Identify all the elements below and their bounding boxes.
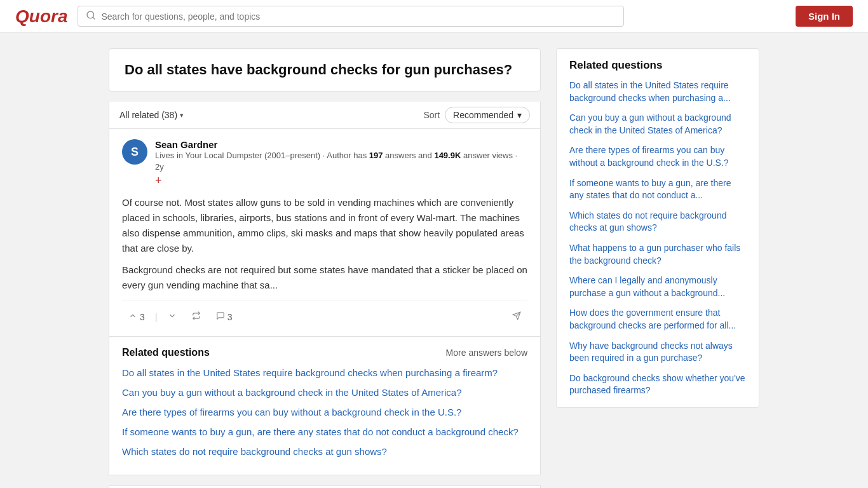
author-meta-1: Lives in Your Local Dumpster (2001–prese…	[155, 150, 527, 173]
sidebar-link-1[interactable]: Do all states in the United States requi…	[569, 79, 746, 104]
more-answers-label: More answers below	[446, 348, 527, 358]
sort-value: Recommended	[453, 110, 513, 120]
answer-actions-1: 3 | 3	[122, 301, 527, 326]
sidebar-link-6[interactable]: What happens to a gun purchaser who fail…	[569, 242, 746, 267]
sidebar-link-9[interactable]: Why have background checks not always be…	[569, 340, 746, 365]
sort-dropdown[interactable]: Recommended ▾	[445, 107, 530, 123]
related-link-3[interactable]: Are there types of firearms you can buy …	[122, 405, 527, 419]
avatar-1: S	[122, 139, 147, 165]
answers-toolbar: All related (38) ▾ Sort Recommended ▾	[109, 102, 541, 129]
all-related-dropdown[interactable]: All related (38) ▾	[119, 110, 184, 120]
search-input[interactable]	[101, 11, 616, 22]
svg-line-1	[93, 17, 95, 19]
answer-block-1: S Sean Gardner Lives in Your Local Dumps…	[109, 129, 541, 337]
sign-in-button[interactable]: Sign In	[796, 6, 853, 27]
search-bar	[78, 6, 624, 27]
comment-count: 3	[227, 312, 233, 322]
sort-label: Sort	[423, 110, 440, 120]
sidebar-card: Related questions Do all states in the U…	[556, 48, 759, 408]
question-title: Do all states have background checks for…	[125, 62, 525, 78]
comment-icon	[216, 311, 225, 322]
chevron-down-icon: ▾	[180, 111, 184, 119]
author-info-1: Sean Gardner Lives in Your Local Dumpste…	[155, 139, 527, 187]
related-inline: Related questions More answers below Do …	[109, 337, 541, 475]
downvote-icon	[168, 311, 177, 322]
sidebar-link-5[interactable]: Which states do not require background c…	[569, 210, 746, 234]
downvote-button[interactable]	[161, 308, 183, 326]
main-column: Do all states have background checks for…	[109, 48, 541, 488]
related-link-5[interactable]: Which states do not require background c…	[122, 445, 527, 458]
sidebar-title: Related questions	[569, 59, 746, 72]
answer-text-1: Of course not. Most states allow guns to…	[122, 195, 527, 293]
answer-block-2: 🐱 Gary757 Curator of a personal arsenal …	[109, 485, 541, 488]
related-link-4[interactable]: If someone wants to buy a gun, are there…	[122, 425, 527, 438]
action-divider-1: |	[155, 311, 158, 322]
sidebar-link-4[interactable]: If someone wants to buy a gun, are there…	[569, 177, 746, 202]
all-related-label: All related (38)	[119, 110, 177, 120]
comment-button[interactable]: 3	[210, 308, 239, 326]
search-icon	[86, 10, 96, 22]
related-inline-title: Related questions	[122, 347, 210, 358]
sidebar-link-10[interactable]: Do background checks show whether you've…	[569, 372, 746, 397]
author-name-1[interactable]: Sean Gardner	[155, 139, 527, 150]
sidebar-link-3[interactable]: Are there types of firearms you can buy …	[569, 144, 746, 169]
sidebar-link-8[interactable]: How does the government ensure that back…	[569, 307, 746, 332]
upvote-button[interactable]: 3	[122, 308, 151, 326]
related-link-1[interactable]: Do all states in the United States requi…	[122, 366, 527, 379]
answer-author-1: S Sean Gardner Lives in Your Local Dumps…	[122, 139, 527, 187]
share-icon	[512, 311, 521, 322]
sidebar-link-7[interactable]: Where can I legally and anonymously purc…	[569, 274, 746, 299]
sidebar-link-2[interactable]: Can you buy a gun without a background c…	[569, 112, 746, 137]
follow-author-button[interactable]: +	[155, 174, 527, 187]
related-inline-header: Related questions More answers below	[122, 347, 527, 358]
sidebar: Related questions Do all states in the U…	[556, 48, 759, 488]
upvote-icon	[128, 311, 137, 322]
question-card: Do all states have background checks for…	[109, 48, 541, 92]
upvote-count: 3	[140, 312, 145, 322]
sort-chevron-icon: ▾	[517, 110, 522, 120]
logo[interactable]: Quora	[15, 6, 67, 27]
repost-icon	[192, 311, 201, 322]
related-link-2[interactable]: Can you buy a gun without a background c…	[122, 386, 527, 399]
repost-button[interactable]	[186, 308, 207, 326]
site-header: Quora Sign In	[0, 0, 868, 33]
page-layout: Do all states have background checks for…	[0, 33, 868, 488]
share-button[interactable]	[506, 308, 527, 326]
